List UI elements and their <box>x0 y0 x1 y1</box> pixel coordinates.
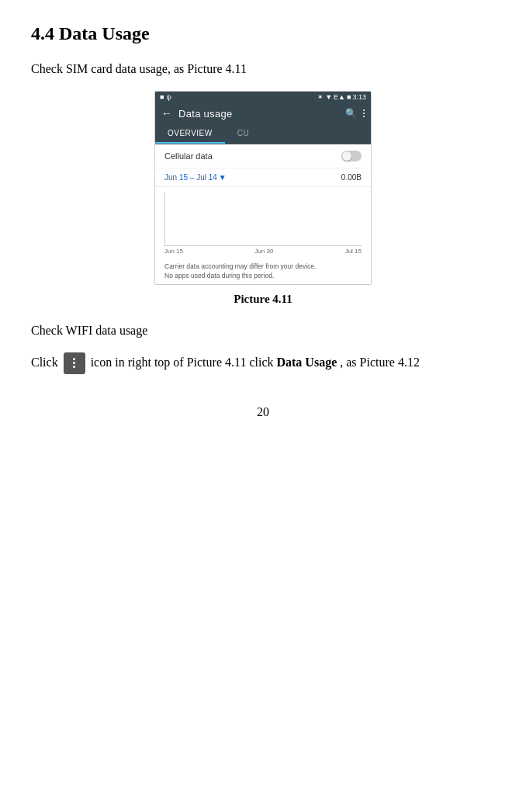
tab-cu[interactable]: CU <box>225 124 261 144</box>
back-button[interactable]: ← <box>161 107 172 120</box>
chart-label-3: Jul 15 <box>345 248 362 255</box>
instruction-middle: icon in right top of Picture 4.11 click <box>91 355 274 368</box>
menu-dot-1 <box>73 358 75 360</box>
more-dot-3 <box>363 116 365 118</box>
chart-note-line1: Carrier data accounting may differ from … <box>164 262 362 272</box>
status-bar-right: ✶ ▼ E▲ ■ 3:13 <box>317 93 366 101</box>
phone-tabs: OVERVIEW CU <box>155 124 371 144</box>
menu-icon-inline <box>64 352 85 374</box>
toggle-knob <box>342 151 351 161</box>
phone-content: Cellular data Jun 15 – Jul 14 ▼ 0.00B Ju… <box>155 144 371 284</box>
page-number: 20 <box>31 405 495 419</box>
chart-label-2: Jun 30 <box>254 248 273 255</box>
chart-label-1: Jun 15 <box>164 248 183 255</box>
cellular-data-toggle[interactable] <box>341 151 362 161</box>
tab-overview[interactable]: OVERVIEW <box>155 124 225 144</box>
phone-status-bar: ■ ψ ✶ ▼ E▲ ■ 3:13 <box>155 92 371 102</box>
click-text: Click <box>31 355 58 368</box>
bluetooth-icon: ✶ <box>317 93 324 101</box>
date-range-row: Jun 15 – Jul 14 ▼ 0.00B <box>155 168 371 187</box>
time-display: 3:13 <box>352 93 366 101</box>
date-range-text: Jun 15 – Jul 14 <box>164 173 217 182</box>
chart-labels: Jun 15 Jun 30 Jul 15 <box>164 246 362 258</box>
more-icon[interactable] <box>363 109 365 118</box>
more-dot-1 <box>363 109 365 112</box>
more-dot-2 <box>363 113 365 115</box>
chart-box <box>164 192 362 246</box>
dropdown-arrow: ▼ <box>219 173 227 182</box>
search-icon[interactable]: 🔍 <box>345 108 357 119</box>
data-usage-bold: Data Usage <box>276 355 337 368</box>
phone-toolbar: ← Data usage 🔍 <box>155 102 371 124</box>
page-title: 4.4 Data Usage <box>31 23 495 44</box>
paragraph-click-instruction: Click icon in right top of Picture 4.11 … <box>31 352 495 374</box>
battery-icon: ■ <box>347 93 351 101</box>
paragraph-sim-check: Check SIM card data usage, as Picture 4.… <box>31 60 495 78</box>
signal-icon: ψ <box>166 93 171 101</box>
menu-dot-2 <box>73 362 75 364</box>
cellular-data-label: Cellular data <box>164 151 213 161</box>
phone-screenshot-container: ■ ψ ✶ ▼ E▲ ■ 3:13 ← Data usage 🔍 <box>154 91 372 306</box>
sim-icon: ■ <box>160 93 164 101</box>
status-bar-left: ■ ψ <box>160 93 171 101</box>
menu-dot-3 <box>73 366 75 368</box>
chart-note-line2: No apps used data during this period. <box>164 272 362 281</box>
lte-icon: E▲ <box>334 93 345 101</box>
chart-note: Carrier data accounting may differ from … <box>155 259 371 284</box>
phone-screenshot: ■ ψ ✶ ▼ E▲ ■ 3:13 ← Data usage 🔍 <box>154 91 372 285</box>
toolbar-icons: 🔍 <box>345 108 365 119</box>
instruction-suffix: , as Picture 4.12 <box>340 355 420 368</box>
chart-area: Jun 15 Jun 30 Jul 15 <box>155 187 371 259</box>
date-range[interactable]: Jun 15 – Jul 14 ▼ <box>164 173 227 182</box>
wifi-icon: ▼ <box>325 93 332 101</box>
toolbar-title: Data usage <box>178 108 339 120</box>
paragraph-wifi-check: Check WIFI data usage <box>31 321 495 340</box>
menu-dots <box>73 358 75 368</box>
data-amount: 0.00B <box>341 173 362 182</box>
cellular-data-section: Cellular data <box>155 144 371 168</box>
picture-caption: Picture 4.11 <box>234 293 292 306</box>
